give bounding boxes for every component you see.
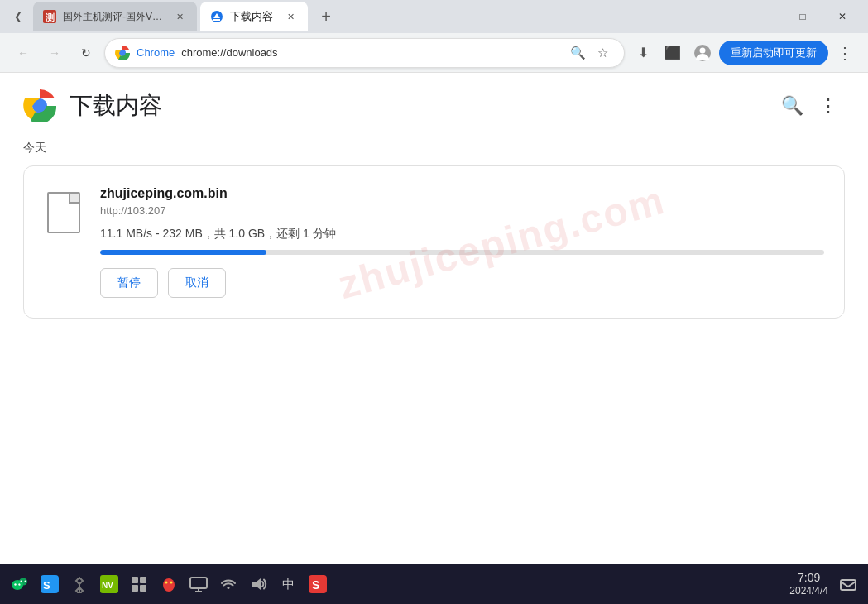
address-bar[interactable]: Chrome chrome://downloads 🔍 ☆ <box>104 38 625 68</box>
bluetooth-svg <box>70 575 89 593</box>
svg-point-26 <box>165 582 168 584</box>
cancel-button[interactable]: 取消 <box>168 268 226 298</box>
taskbar-ime-icon[interactable]: 中 <box>275 571 301 597</box>
section-today: 今天 <box>0 131 868 162</box>
back-button[interactable]: ← <box>10 40 36 66</box>
download-info: zhujiceping.com.bin http://103.207 11.1 … <box>100 186 824 298</box>
ime-label: 中 <box>282 577 295 592</box>
chrome-logo <box>23 89 56 122</box>
tab-active-favicon <box>210 10 223 23</box>
volume-svg <box>249 575 267 593</box>
url-display: chrome://downloads <box>181 46 559 59</box>
profile-svg <box>693 44 712 62</box>
svg-text:NV: NV <box>102 581 113 590</box>
svg-rect-28 <box>190 578 207 588</box>
tab-active-close[interactable]: ✕ <box>283 9 298 24</box>
tab-inactive[interactable]: 测 国外主机测评-国外VPS、国 ✕ <box>33 2 197 31</box>
downloads-icon[interactable]: ⬇ <box>630 40 656 66</box>
page-title: 下载内容 <box>70 90 762 122</box>
file-icon <box>44 189 84 236</box>
svg-point-15 <box>21 581 22 582</box>
taskbar-sougou-icon[interactable]: S <box>305 571 331 597</box>
taskbar-bluetooth-icon[interactable] <box>66 571 93 597</box>
svg-text:S: S <box>43 579 50 592</box>
sougou-svg: S <box>309 575 327 593</box>
more-menu-button[interactable]: ⋮ <box>832 40 858 66</box>
window-controls: – □ ✕ <box>744 3 861 30</box>
forward-button[interactable]: → <box>41 40 68 66</box>
svg-point-27 <box>170 582 173 584</box>
tab-active-label: 下载内容 <box>230 9 273 24</box>
svg-rect-4 <box>213 19 220 21</box>
taskbar-s5-icon[interactable]: S <box>36 571 63 597</box>
page-content: 下载内容 🔍 ⋮ 今天 zhujiceping.com zhujiceping.… <box>0 73 868 564</box>
tab-download-favicon-svg <box>210 10 223 23</box>
file-icon-shape <box>47 192 80 233</box>
taskbar: S NV <box>0 564 868 604</box>
maximize-button[interactable]: □ <box>784 3 822 30</box>
tab-inactive-label: 国外主机测评-国外VPS、国 <box>63 10 162 24</box>
close-button[interactable]: ✕ <box>823 3 861 30</box>
tab-active[interactable]: 下载内容 ✕ <box>200 2 308 31</box>
download-status: 11.1 MB/s - 232 MB，共 1.0 GB，还剩 1 分钟 <box>100 227 824 242</box>
extensions-icon[interactable]: ⬛ <box>659 40 686 66</box>
progress-bar-container <box>100 250 824 255</box>
pause-button[interactable]: 暂停 <box>100 268 158 298</box>
svg-rect-23 <box>132 585 138 592</box>
page-search-button[interactable]: 🔍 <box>775 89 808 122</box>
chrome-label: Chrome <box>137 46 175 59</box>
tab-inactive-favicon-svg: 测 <box>43 10 56 23</box>
wifi-svg <box>219 575 237 593</box>
svg-rect-34 <box>841 580 856 590</box>
page-more-button[interactable]: ⋮ <box>812 89 845 122</box>
download-card: zhujiceping.com zhujiceping.com.bin http… <box>23 165 845 319</box>
chrome-icon <box>115 46 130 60</box>
taskbar-date-display: 2024/4/4 <box>789 585 828 598</box>
taskbar-notification-button[interactable] <box>835 571 861 597</box>
title-bar: ❮ 测 国外主机测评-国外VPS、国 ✕ 下载 <box>0 0 868 33</box>
taskbar-right: 7:09 2024/4/4 <box>783 570 861 598</box>
download-url: http://103.207 <box>100 204 824 217</box>
address-bar-icons: 🔍 ☆ <box>566 41 614 65</box>
wechat-svg <box>11 575 29 593</box>
tab-list-chevron[interactable]: ❮ <box>7 5 30 28</box>
tab-inactive-close[interactable]: ✕ <box>172 9 187 24</box>
svg-rect-22 <box>140 577 146 583</box>
tab-inactive-favicon: 测 <box>43 10 56 23</box>
svg-point-25 <box>163 578 175 592</box>
taskbar-penguin-icon[interactable] <box>156 571 182 597</box>
new-tab-button[interactable]: + <box>314 5 338 28</box>
search-page-icon[interactable]: 🔍 <box>566 41 589 65</box>
taskbar-volume-icon[interactable] <box>245 571 271 597</box>
nvidia-svg: NV <box>100 575 118 593</box>
taskbar-nvidia-icon[interactable]: NV <box>96 571 122 597</box>
download-actions: 暂停 取消 <box>100 268 824 298</box>
progress-bar-fill <box>100 250 266 255</box>
profile-icon[interactable] <box>689 40 716 66</box>
taskbar-wechat-icon[interactable] <box>7 571 33 597</box>
taskbar-clock: 7:09 2024/4/4 <box>789 570 828 598</box>
chrome-logo-svg <box>115 46 130 60</box>
toolbar: ← → ↻ Chrome chrome://downloads 🔍 ☆ ⬇ ⬛ <box>0 33 868 73</box>
s5-svg: S <box>41 575 59 593</box>
svg-point-10 <box>34 100 46 113</box>
bookmark-icon[interactable]: ☆ <box>591 41 614 65</box>
taskbar-monitor-icon[interactable] <box>185 571 212 597</box>
svg-marker-31 <box>252 578 261 590</box>
minimize-button[interactable]: – <box>744 3 782 30</box>
grid-svg <box>130 575 148 593</box>
svg-rect-24 <box>140 585 146 592</box>
download-filename: zhujiceping.com.bin <box>100 186 824 201</box>
svg-text:测: 测 <box>46 12 55 22</box>
taskbar-grid-icon[interactable] <box>126 571 152 597</box>
monitor-svg <box>189 575 208 593</box>
svg-point-16 <box>25 581 26 582</box>
svg-point-12 <box>14 583 16 585</box>
update-button[interactable]: 重新启动即可更新 <box>719 41 828 65</box>
taskbar-wifi-icon[interactable] <box>215 571 242 597</box>
svg-rect-21 <box>132 577 138 583</box>
reload-button[interactable]: ↻ <box>73 40 99 66</box>
svg-point-14 <box>19 578 27 586</box>
page-header: 下载内容 🔍 ⋮ <box>0 73 868 131</box>
penguin-svg <box>160 575 178 593</box>
